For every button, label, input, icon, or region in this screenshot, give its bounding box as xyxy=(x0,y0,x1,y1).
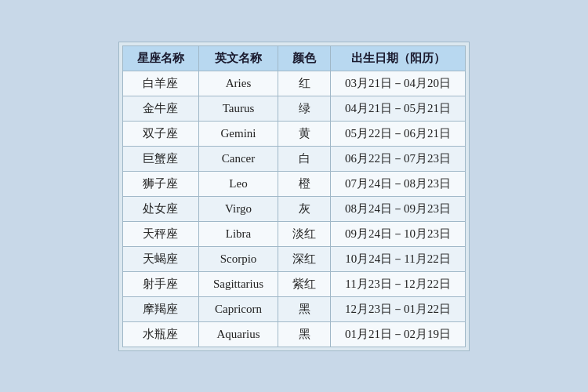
cell-english-name: Cancer xyxy=(198,146,278,171)
col-header-dates: 出生日期（阳历） xyxy=(331,45,466,71)
table-row: 狮子座Leo橙07月24日－08月23日 xyxy=(122,171,465,196)
cell-chinese-name: 处女座 xyxy=(122,196,198,221)
cell-color: 深红 xyxy=(278,246,331,271)
cell-english-name: Gemini xyxy=(198,121,278,146)
cell-chinese-name: 金牛座 xyxy=(122,96,198,121)
cell-dates: 05月22日－06月21日 xyxy=(331,121,466,146)
cell-color: 红 xyxy=(278,71,331,96)
col-header-chinese: 星座名称 xyxy=(122,45,198,71)
cell-english-name: Leo xyxy=(198,171,278,196)
table-row: 白羊座Aries红03月21日－04月20日 xyxy=(122,71,465,96)
table-header-row: 星座名称 英文名称 颜色 出生日期（阳历） xyxy=(122,45,465,71)
cell-color: 黑 xyxy=(278,321,331,347)
table-row: 射手座Sagittarius紫红11月23日－12月22日 xyxy=(122,271,465,296)
col-header-color: 颜色 xyxy=(278,45,331,71)
cell-color: 紫红 xyxy=(278,271,331,296)
table-row: 天秤座Libra淡红09月24日－10月23日 xyxy=(122,221,465,246)
table-row: 水瓶座Aquarius黑01月21日－02月19日 xyxy=(122,321,465,347)
col-header-english: 英文名称 xyxy=(198,45,278,71)
table-row: 金牛座Taurus绿04月21日－05月21日 xyxy=(122,96,465,121)
cell-english-name: Scorpio xyxy=(198,246,278,271)
cell-dates: 03月21日－04月20日 xyxy=(331,71,466,96)
cell-dates: 10月24日－11月22日 xyxy=(331,246,466,271)
table-row: 双子座Gemini黄05月22日－06月21日 xyxy=(122,121,465,146)
cell-english-name: Capricorn xyxy=(198,296,278,321)
cell-color: 黄 xyxy=(278,121,331,146)
zodiac-table-body: 白羊座Aries红03月21日－04月20日金牛座Taurus绿04月21日－0… xyxy=(122,71,465,347)
cell-color: 白 xyxy=(278,146,331,171)
cell-english-name: Virgo xyxy=(198,196,278,221)
cell-chinese-name: 巨蟹座 xyxy=(122,146,198,171)
zodiac-table-container: 星座名称 英文名称 颜色 出生日期（阳历） 白羊座Aries红03月21日－04… xyxy=(118,42,470,351)
cell-chinese-name: 天秤座 xyxy=(122,221,198,246)
cell-dates: 07月24日－08月23日 xyxy=(331,171,466,196)
cell-color: 灰 xyxy=(278,196,331,221)
table-row: 天蝎座Scorpio深红10月24日－11月22日 xyxy=(122,246,465,271)
cell-dates: 12月23日－01月22日 xyxy=(331,296,466,321)
cell-dates: 11月23日－12月22日 xyxy=(331,271,466,296)
cell-english-name: Libra xyxy=(198,221,278,246)
cell-chinese-name: 狮子座 xyxy=(122,171,198,196)
cell-english-name: Sagittarius xyxy=(198,271,278,296)
cell-color: 绿 xyxy=(278,96,331,121)
cell-english-name: Taurus xyxy=(198,96,278,121)
table-row: 处女座Virgo灰08月24日－09月23日 xyxy=(122,196,465,221)
cell-english-name: Aries xyxy=(198,71,278,96)
cell-chinese-name: 射手座 xyxy=(122,271,198,296)
cell-chinese-name: 水瓶座 xyxy=(122,321,198,347)
cell-chinese-name: 双子座 xyxy=(122,121,198,146)
cell-english-name: Aquarius xyxy=(198,321,278,347)
zodiac-table: 星座名称 英文名称 颜色 出生日期（阳历） 白羊座Aries红03月21日－04… xyxy=(122,45,466,347)
cell-dates: 08月24日－09月23日 xyxy=(331,196,466,221)
table-row: 巨蟹座Cancer白06月22日－07月23日 xyxy=(122,146,465,171)
cell-color: 橙 xyxy=(278,171,331,196)
cell-dates: 01月21日－02月19日 xyxy=(331,321,466,347)
cell-color: 淡红 xyxy=(278,221,331,246)
cell-chinese-name: 天蝎座 xyxy=(122,246,198,271)
cell-dates: 04月21日－05月21日 xyxy=(331,96,466,121)
cell-dates: 09月24日－10月23日 xyxy=(331,221,466,246)
table-row: 摩羯座Capricorn黑12月23日－01月22日 xyxy=(122,296,465,321)
cell-dates: 06月22日－07月23日 xyxy=(331,146,466,171)
cell-color: 黑 xyxy=(278,296,331,321)
cell-chinese-name: 摩羯座 xyxy=(122,296,198,321)
cell-chinese-name: 白羊座 xyxy=(122,71,198,96)
